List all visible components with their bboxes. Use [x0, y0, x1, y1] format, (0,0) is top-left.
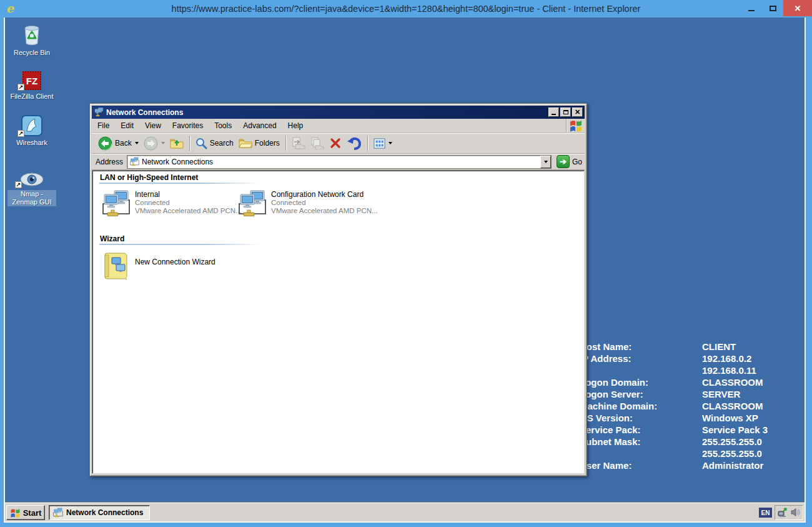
shortcut-arrow-icon: ↗: [15, 181, 22, 188]
maximize-icon: [563, 110, 568, 114]
chevron-down-icon: [161, 142, 165, 144]
system-tray: [775, 505, 803, 520]
lan-connection-icon: [101, 189, 131, 218]
back-label: Back: [115, 139, 132, 148]
forward-icon: [144, 136, 158, 151]
desktop-icon-nmap[interactable]: ↗ Nmap - Zenmap GUI: [7, 169, 56, 206]
language-indicator[interactable]: EN: [759, 508, 772, 518]
wireshark-icon: [21, 115, 42, 136]
menu-edit[interactable]: Edit: [115, 119, 139, 133]
window-maximize-button[interactable]: [560, 108, 571, 117]
desktop-icon-label: Nmap - Zenmap GUI: [7, 190, 56, 206]
shortcut-arrow-icon: ↗: [17, 130, 24, 137]
address-value: Network Connections: [142, 158, 540, 166]
taskbar: Start Network Connections EN: [5, 503, 805, 521]
menu-advanced[interactable]: Advanced: [237, 119, 282, 133]
chevron-down-icon: [544, 161, 548, 163]
connection-name: Internal: [135, 190, 160, 199]
wizard-name: New Connection Wizard: [135, 258, 215, 266]
filezilla-icon: FZ: [22, 71, 41, 90]
group-divider: [99, 244, 261, 245]
window-title: Network Connections: [106, 108, 547, 117]
toolbar: Back: [92, 133, 585, 154]
folder-view: LAN or High-Speed Internet Internal Conn…: [92, 170, 585, 474]
windows-logo-icon: [566, 119, 585, 133]
browser-close-button[interactable]: ✕: [783, 0, 812, 16]
window-close-button[interactable]: ✕: [572, 108, 583, 117]
connection-tile-configuration[interactable]: Configuration Network Card Connected VMw…: [237, 189, 371, 223]
window-minimize-button[interactable]: [548, 108, 559, 117]
network-tray-icon[interactable]: [777, 508, 788, 518]
new-connection-wizard-tile[interactable]: New Connection Wizard: [101, 251, 235, 284]
desktop-icon-wireshark[interactable]: ↗ Wireshark: [7, 114, 56, 147]
toolbar-separator: [189, 136, 190, 151]
toolbar-separator: [367, 136, 368, 151]
volume-tray-icon[interactable]: [791, 508, 801, 518]
bginfo-row: IP Address:192.168.0.2: [580, 353, 805, 364]
search-label: Search: [210, 139, 234, 148]
desktop-icon-label: Recycle Bin: [7, 49, 56, 57]
address-label: Address: [96, 158, 123, 166]
close-icon: ✕: [575, 109, 580, 116]
connection-name: Configuration Network Card: [271, 190, 364, 199]
folder-up-icon: [170, 137, 184, 149]
bginfo-row: Service Pack:Service Pack 3: [580, 424, 805, 436]
bginfo-row: Subnet Mask:255.255.255.0: [580, 436, 805, 448]
group-header-lan: LAN or High-Speed Internet: [100, 173, 198, 182]
up-button[interactable]: [167, 136, 186, 151]
network-connections-icon: [94, 108, 104, 117]
desktop-icon-label: FileZilla Client: [7, 93, 56, 101]
bginfo-row: OS Version:Windows XP: [580, 412, 805, 424]
menu-tools[interactable]: Tools: [209, 119, 237, 133]
browser-maximize-button[interactable]: [762, 0, 783, 16]
network-connections-window: Network Connections ✕ File Edit View Fav…: [89, 103, 587, 476]
taskbar-task-network-connections[interactable]: Network Connections: [49, 505, 150, 520]
remote-desktop: Recycle Bin FZ ↗ FileZilla Client ↗ Wire…: [4, 18, 806, 523]
browser-minimize-button[interactable]: [741, 0, 762, 16]
folders-label: Folders: [255, 139, 280, 148]
bginfo-row: Logon Server:SERVER: [580, 388, 805, 400]
folders-icon: [239, 138, 252, 149]
bginfo-row: 192.168.0.11: [580, 364, 805, 376]
menu-view[interactable]: View: [139, 119, 167, 133]
go-label: Go: [572, 158, 582, 166]
address-combo[interactable]: Network Connections: [127, 155, 552, 169]
chevron-down-icon: [135, 142, 139, 144]
undo-button[interactable]: [344, 135, 364, 151]
undo-icon: [347, 136, 362, 150]
address-dropdown-button[interactable]: [540, 156, 551, 168]
desktop-icon-recycle-bin[interactable]: Recycle Bin: [7, 24, 56, 57]
folders-button[interactable]: Folders: [236, 136, 282, 150]
desktop-icon-label: Wireshark: [7, 139, 56, 147]
shortcut-arrow-icon: ↗: [17, 84, 24, 91]
desktop-icon-filezilla[interactable]: FZ ↗ FileZilla Client: [7, 68, 56, 101]
copy-to-icon: [310, 137, 324, 149]
bginfo-row: 255.255.255.0: [580, 448, 805, 459]
maximize-icon: [770, 6, 776, 11]
start-button[interactable]: Start: [6, 505, 45, 520]
copy-to-button: [308, 136, 327, 151]
connection-status: Connected: [271, 199, 306, 206]
menu-help[interactable]: Help: [282, 119, 309, 133]
delete-button[interactable]: [327, 136, 344, 151]
windows-flag-icon: [10, 508, 21, 518]
minimize-icon: [748, 10, 755, 11]
back-button[interactable]: Back: [96, 135, 141, 152]
menu-file[interactable]: File: [92, 119, 115, 133]
nmap-eye-icon: [19, 171, 44, 188]
forward-button[interactable]: [141, 135, 167, 152]
browser-titlebar: e https://www.practice-labs.com/?client=…: [0, 0, 812, 18]
connection-device: VMware Accelerated AMD PCN...: [271, 207, 378, 214]
go-arrow-icon: ➔: [560, 157, 567, 166]
search-button[interactable]: Search: [193, 136, 236, 151]
window-titlebar[interactable]: Network Connections ✕: [92, 106, 585, 119]
go-button[interactable]: ➔: [557, 155, 570, 168]
connection-tile-internal[interactable]: Internal Connected VMware Accelerated AM…: [101, 189, 235, 223]
toolbar-separator: [285, 136, 286, 151]
delete-x-icon: [329, 137, 342, 149]
views-button[interactable]: [371, 137, 395, 150]
menu-favorites[interactable]: Favorites: [167, 119, 209, 133]
recycle-bin-icon: [21, 25, 42, 46]
bginfo-row: Machine Domain:CLASSROOM: [580, 400, 805, 412]
minimize-icon: [552, 114, 556, 115]
